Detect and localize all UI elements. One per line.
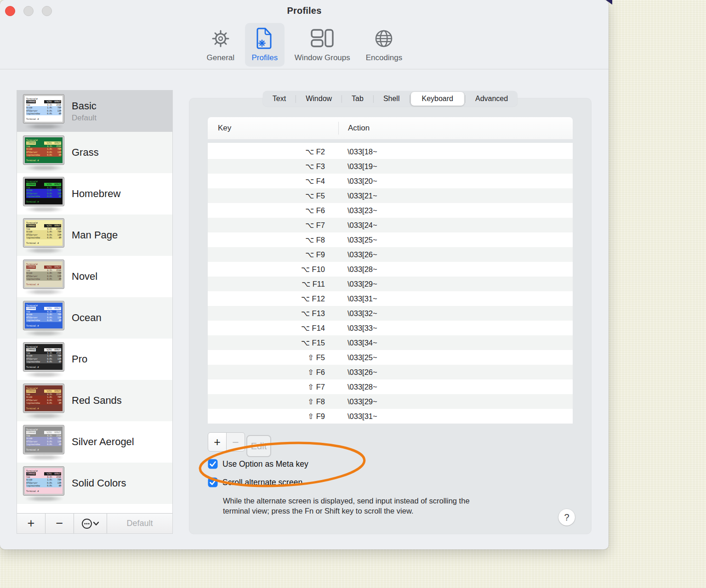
key-mapping-row[interactable]: ⌥ F13\033[32~: [208, 306, 573, 321]
key-table-header: Key Action: [208, 117, 573, 139]
use-option-as-meta-checkbox[interactable]: [208, 459, 218, 469]
tab-bar: TextWindowTabShellKeyboardAdvanced: [263, 91, 518, 107]
profile-row-novel[interactable]: Terminal#COMMAND%CPURPRVTtop4.1%231KXcod…: [17, 256, 172, 297]
profile-label: Grass: [72, 147, 99, 158]
profile-doc-icon: [256, 27, 274, 51]
key-mapping-row[interactable]: ⇧ F5\033[25~: [208, 350, 573, 365]
tab-keyboard[interactable]: Keyboard: [410, 92, 464, 106]
profile-row-silver-aerogel[interactable]: Terminal#COMMAND%CPURPRVTtop4.1%231KXcod…: [17, 421, 172, 463]
add-profile-button[interactable]: +: [17, 514, 46, 533]
key-mapping-row[interactable]: ⌥ F10\033[28~: [208, 262, 573, 277]
help-button[interactable]: ?: [558, 509, 575, 526]
key-mapping-row[interactable]: ⇧ F6\033[26~: [208, 365, 573, 379]
profile-row-red-sands[interactable]: Terminal#COMMAND%CPURPRVTtop4.1%231KXcod…: [17, 380, 172, 421]
use-option-as-meta-label[interactable]: Use Option as Meta key: [222, 459, 308, 469]
key-mapping-row[interactable]: ⌥ F12\033[31~: [208, 291, 573, 306]
profile-row-homebrew[interactable]: Terminal#COMMAND%CPURPRVTtop4.1%231KXcod…: [17, 173, 172, 215]
profile-thumbnail: Terminal#COMMAND%CPURPRVTtop4.1%231KXcod…: [23, 136, 65, 170]
key-mapping-row[interactable]: ⌥ F7\033[24~: [208, 218, 573, 232]
profile-row-pro[interactable]: Terminal#COMMAND%CPURPRVTtop4.1%231KXcod…: [17, 339, 172, 380]
remove-profile-button[interactable]: −: [46, 514, 74, 533]
toolbar-label-profiles: Profiles: [251, 53, 278, 62]
key-mapping-row[interactable]: ⌥ F5\033[21~: [208, 188, 573, 203]
close-button[interactable]: [5, 6, 15, 16]
ellipsis-circle-icon: [81, 518, 100, 529]
key-mapping-table: ⌥ F2\033[18~⌥ F3\033[19~⌥ F4\033[20~⌥ F5…: [208, 143, 573, 424]
toolbar-item-general[interactable]: General: [201, 23, 240, 67]
profile-name: Red Sands: [72, 395, 122, 407]
tab-separator: [409, 95, 410, 103]
titlebar: Profiles: [0, 0, 609, 21]
profile-label: Man Page: [72, 229, 118, 241]
key-mapping-row[interactable]: ⌥ F14\033[33~: [208, 321, 573, 335]
profile-row-solid-colors[interactable]: Terminal#COMMAND%CPURPRVTtop4.1%231KXcod…: [17, 463, 172, 504]
toolbar-separator: [0, 69, 609, 69]
profile-thumbnail: Terminal#COMMAND%CPURPRVTtop4.1%231KXcod…: [23, 301, 65, 335]
profile-name: Ocean: [72, 312, 102, 324]
key-mapping-row[interactable]: ⇧ F9\033[31~: [208, 409, 573, 424]
profile-row-ocean[interactable]: Terminal#COMMAND%CPURPRVTtop4.1%231KXcod…: [17, 297, 172, 339]
profile-thumbnail: Terminal#COMMAND%CPURPRVTtop4.1%231KXcod…: [23, 384, 65, 418]
profile-thumbnail: Terminal#COMMAND%CPURPRVTtop4.1%231KXcod…: [23, 342, 65, 377]
toolbar-item-window-groups[interactable]: Window Groups: [289, 23, 356, 67]
remove-key-button[interactable]: −: [226, 432, 245, 452]
key-mapping-row[interactable]: ⌥ F2\033[18~: [208, 144, 573, 159]
key-mapping-row[interactable]: ⌥ F3\033[19~: [208, 159, 573, 174]
toolbar-label-general: General: [207, 53, 234, 62]
add-key-button[interactable]: +: [208, 432, 227, 452]
scroll-alternate-screen-checkbox[interactable]: [208, 477, 218, 487]
profile-thumbnail: Terminal#COMMAND%CPURPRVTtop4.1%231KXcod…: [23, 177, 65, 211]
profile-row-man-page[interactable]: Terminal#COMMAND%CPURPRVTtop4.1%231KXcod…: [17, 215, 172, 256]
tab-tab[interactable]: Tab: [342, 91, 373, 107]
profile-list: Terminal#COMMAND%CPURPRVTtop4.1%231KXcod…: [17, 90, 172, 513]
profile-thumbnail: Terminal#COMMAND%CPURPRVTtop4.1%231KXcod…: [23, 466, 65, 501]
column-divider: [338, 122, 339, 135]
tab-text[interactable]: Text: [263, 91, 296, 107]
key-mapping-row[interactable]: ⇧ F7\033[28~: [208, 379, 573, 394]
tab-advanced[interactable]: Advanced: [466, 91, 518, 107]
profile-name: Pro: [72, 353, 87, 365]
window-groups-icon: [310, 27, 334, 51]
mini-terminal-preview: Terminal#COMMAND%CPURPRVTtop4.1%231KXcod…: [25, 220, 63, 246]
profile-thumbnail: Terminal#COMMAND%CPURPRVTtop4.1%231KXcod…: [23, 218, 65, 253]
mini-terminal-preview: Terminal#COMMAND%CPURPRVTtop4.1%231KXcod…: [25, 427, 63, 452]
key-mapping-row[interactable]: ⌥ F15\033[34~: [208, 335, 573, 350]
thumbnail-reflection: [25, 497, 63, 501]
key-mapping-row[interactable]: ⌥ F9\033[26~: [208, 247, 573, 262]
profile-actions-menu-button[interactable]: [74, 514, 107, 533]
thumbnail-reflection: [25, 249, 63, 253]
scroll-alternate-screen-label[interactable]: Scroll alternate screen: [222, 478, 302, 487]
column-header-key[interactable]: Key: [208, 124, 231, 133]
toolbar-item-profiles[interactable]: Profiles: [245, 23, 285, 67]
profile-name: Basic: [72, 100, 97, 112]
key-mapping-row[interactable]: ⌥ F6\033[23~: [208, 203, 573, 218]
profile-thumbnail: Terminal#COMMAND%CPURPRVTtop4.1%231KXcod…: [23, 425, 65, 459]
mini-terminal-preview: Terminal#COMMAND%CPURPRVTtop4.1%231KXcod…: [25, 96, 63, 122]
profile-name: Solid Colors: [72, 477, 126, 489]
toolbar-label-window-groups: Window Groups: [295, 53, 350, 62]
profile-name: Novel: [72, 271, 97, 283]
profile-thumbnail: Terminal#COMMAND%CPURPRVTtop4.1%231KXcod…: [23, 260, 65, 294]
thumbnail-reflection: [25, 455, 63, 459]
tab-window[interactable]: Window: [296, 91, 342, 107]
tab-shell[interactable]: Shell: [374, 91, 410, 107]
column-header-action[interactable]: Action: [348, 124, 370, 133]
profile-label: BasicDefault: [72, 100, 97, 123]
key-mapping-row[interactable]: ⌥ F11\033[29~: [208, 277, 573, 291]
thumbnail-reflection: [25, 414, 63, 418]
key-mapping-row[interactable]: ⌥ F4\033[20~: [208, 174, 573, 188]
preferences-toolbar: General: [0, 20, 609, 69]
key-mapping-row[interactable]: ⇧ F8\033[29~: [208, 394, 573, 409]
edit-key-button[interactable]: Edit: [246, 435, 271, 457]
set-default-button[interactable]: Default: [107, 514, 172, 533]
key-mapping-row[interactable]: ⌥ F8\033[25~: [208, 232, 573, 247]
profile-thumbnail: Terminal#COMMAND%CPURPRVTtop4.1%231KXcod…: [23, 94, 65, 129]
mini-terminal-preview: Terminal#COMMAND%CPURPRVTtop4.1%231KXcod…: [25, 303, 63, 328]
toolbar-item-encodings[interactable]: Encodings: [360, 23, 408, 67]
minimize-button[interactable]: [23, 6, 34, 16]
profile-row-basic[interactable]: Terminal#COMMAND%CPURPRVTtop4.1%231KXcod…: [17, 90, 172, 132]
zoom-button[interactable]: [42, 6, 52, 16]
profile-name: Man Page: [72, 229, 118, 241]
profile-row-grass[interactable]: Terminal#COMMAND%CPURPRVTtop4.1%231KXcod…: [17, 132, 172, 173]
profile-label: Red Sands: [72, 395, 122, 407]
